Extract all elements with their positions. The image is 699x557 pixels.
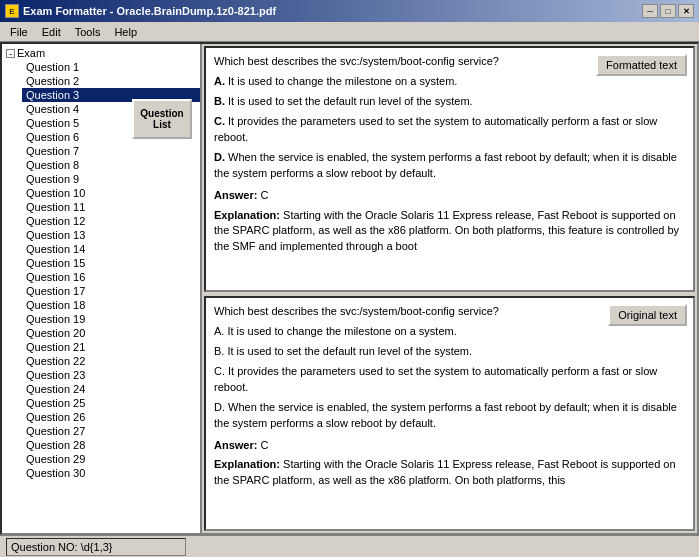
maximize-button[interactable]: □	[660, 4, 676, 18]
menu-bar: File Edit Tools Help	[0, 22, 699, 42]
tree-item[interactable]: Question 22	[22, 354, 200, 368]
status-field: Question NO: \d{1,3}	[6, 538, 186, 556]
tree-item[interactable]: Question 2	[22, 74, 200, 88]
status-text: Question NO: \d{1,3}	[11, 541, 113, 553]
menu-edit[interactable]: Edit	[36, 25, 67, 39]
tree-item[interactable]: Question 29	[22, 452, 200, 466]
original-answer-line: Answer: C	[214, 438, 685, 454]
tree-item[interactable]: Question 26	[22, 410, 200, 424]
formatted-explanation-line: Explanation: Starting with the Oracle So…	[214, 208, 685, 256]
question-list-button[interactable]: Question List	[132, 99, 192, 139]
main-container: - Exam Question 1Question 2Question 3Que…	[0, 42, 699, 535]
original-option-c: C. It provides the parameters used to se…	[214, 364, 685, 396]
formatted-pane: Formatted text Which best describes the …	[204, 46, 695, 292]
tree-item[interactable]: Question 17	[22, 284, 200, 298]
original-option-b: B. It is used to set the default run lev…	[214, 344, 685, 360]
tree-item[interactable]: Question 27	[22, 424, 200, 438]
tree-expand-icon[interactable]: -	[6, 49, 15, 58]
tree-item[interactable]: Question 28	[22, 438, 200, 452]
original-option-d: D. When the service is enabled, the syst…	[214, 400, 685, 432]
original-explanation-line: Explanation: Starting with the Oracle So…	[214, 457, 685, 489]
tree-item[interactable]: Question 13	[22, 228, 200, 242]
tree-item[interactable]: Question 1	[22, 60, 200, 74]
tree-item[interactable]: Question 14	[22, 242, 200, 256]
formatted-text-button[interactable]: Formatted text	[596, 54, 687, 76]
tree-item[interactable]: Question 18	[22, 298, 200, 312]
original-option-a: A. It is used to change the milestone on…	[214, 324, 685, 340]
tree-item[interactable]: Question 30	[22, 466, 200, 480]
formatted-option-b: B. It is used to set the default run lev…	[214, 94, 685, 110]
status-bar: Question NO: \d{1,3}	[0, 535, 699, 557]
formatted-question-text: Which best describes the svc:/system/boo…	[214, 54, 685, 255]
tree-item[interactable]: Question 16	[22, 270, 200, 284]
tree-item[interactable]: Question 15	[22, 256, 200, 270]
tree-item[interactable]: Question 9	[22, 172, 200, 186]
formatted-option-a: A. It is used to change the milestone on…	[214, 74, 685, 90]
tree-root-label[interactable]: - Exam	[2, 46, 200, 60]
tree-item[interactable]: Question 7	[22, 144, 200, 158]
tree-item[interactable]: Question 8	[22, 158, 200, 172]
left-panel: - Exam Question 1Question 2Question 3Que…	[2, 44, 202, 533]
minimize-button[interactable]: ─	[642, 4, 658, 18]
original-question-text: Which best describes the svc:/system/boo…	[214, 304, 685, 489]
tree-item[interactable]: Question 25	[22, 396, 200, 410]
title-text: Exam Formatter - Oracle.BrainDump.1z0-82…	[23, 5, 276, 17]
formatted-option-d: D. When the service is enabled, the syst…	[214, 150, 685, 182]
tree-item[interactable]: Question 21	[22, 340, 200, 354]
menu-tools[interactable]: Tools	[69, 25, 107, 39]
tree-item[interactable]: Question 24	[22, 382, 200, 396]
original-text-button[interactable]: Original text	[608, 304, 687, 326]
app-icon: E	[5, 4, 19, 18]
tree-item[interactable]: Question 23	[22, 368, 200, 382]
original-pane: Original text Which best describes the s…	[204, 296, 695, 531]
tree-item[interactable]: Question 10	[22, 186, 200, 200]
tree-root-text: Exam	[17, 47, 45, 59]
tree-item[interactable]: Question 20	[22, 326, 200, 340]
title-bar: E Exam Formatter - Oracle.BrainDump.1z0-…	[0, 0, 699, 22]
right-panel: Formatted text Which best describes the …	[202, 44, 697, 533]
window-controls: ─ □ ✕	[642, 4, 694, 18]
tree-item[interactable]: Question 11	[22, 200, 200, 214]
formatted-option-c: C. It provides the parameters used to se…	[214, 114, 685, 146]
tree-item[interactable]: Question 19	[22, 312, 200, 326]
menu-file[interactable]: File	[4, 25, 34, 39]
close-button[interactable]: ✕	[678, 4, 694, 18]
tree-item[interactable]: Question 12	[22, 214, 200, 228]
menu-help[interactable]: Help	[108, 25, 143, 39]
formatted-answer-line: Answer: C	[214, 188, 685, 204]
